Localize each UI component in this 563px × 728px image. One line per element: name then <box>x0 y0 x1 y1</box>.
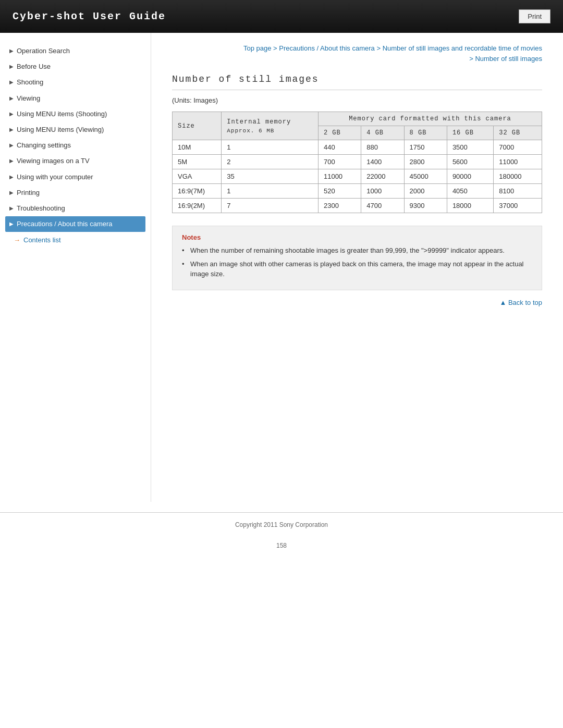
table-cell-gb2: 700 <box>318 155 361 169</box>
table-cell-size: 10M <box>173 140 222 155</box>
table-cell-internal: 1 <box>222 140 319 155</box>
sidebar-item-operation-search[interactable]: ▶ Operation Search <box>5 43 145 59</box>
table-cell-gb16: 5600 <box>447 155 493 169</box>
table-cell-gb16: 18000 <box>447 199 493 213</box>
sidebar-item-label: Using with your computer <box>17 172 93 182</box>
table-cell-size: 16:9(2M) <box>173 199 222 213</box>
sidebar-item-label: Using MENU items (Viewing) <box>17 125 104 134</box>
table-cell-gb4: 1000 <box>361 184 404 199</box>
table-cell-size: 16:9(7M) <box>173 184 222 199</box>
sidebar-item-viewing[interactable]: ▶ Viewing <box>5 91 145 106</box>
page-number: 158 <box>0 537 563 554</box>
table-cell-internal: 7 <box>222 199 319 213</box>
breadcrumb-sep1: > <box>271 44 279 52</box>
sidebar-item-label: Shooting <box>17 78 43 87</box>
table-cell-gb32: 11000 <box>494 155 542 169</box>
sidebar-item-precautions[interactable]: ▶ Precautions / About this camera <box>5 216 145 232</box>
table-cell-gb2: 440 <box>318 140 361 155</box>
col-size-header: Size <box>173 112 222 140</box>
table-row: 10M1440880175035007000 <box>173 140 542 155</box>
sidebar-item-printing[interactable]: ▶ Printing <box>5 185 145 201</box>
arrow-icon: ▶ <box>9 220 14 228</box>
table-cell-gb32: 8100 <box>494 184 542 199</box>
copyright-text: Copyright 2011 Sony Corporation <box>235 521 328 528</box>
app-title: Cyber-shot User Guide <box>13 10 166 22</box>
table-cell-gb8: 1750 <box>404 140 447 155</box>
sidebar-item-label: Troubleshooting <box>17 204 65 213</box>
table-cell-gb8: 9300 <box>404 199 447 213</box>
sidebar-item-using-computer[interactable]: ▶ Using with your computer <box>5 169 145 185</box>
breadcrumb-top[interactable]: Top page <box>243 44 272 52</box>
sidebar-item-label: Using MENU items (Shooting) <box>17 109 107 119</box>
table-row: VGA3511000220004500090000180000 <box>173 169 542 184</box>
col-internal-header: Internal memory Approx. 6 MB <box>222 112 319 140</box>
table-cell-gb16: 3500 <box>447 140 493 155</box>
col-8gb-header: 8 GB <box>404 126 447 140</box>
table-cell-gb8: 45000 <box>404 169 447 184</box>
breadcrumb-sep3: > <box>469 55 475 63</box>
notes-title: Notes <box>182 233 532 241</box>
table-cell-gb16: 90000 <box>447 169 493 184</box>
sidebar-item-label: Operation Search <box>17 46 70 56</box>
table-cell-size: 5M <box>173 155 222 169</box>
sidebar-item-label: Printing <box>17 188 40 198</box>
table-cell-internal: 2 <box>222 155 319 169</box>
sidebar-item-label: Precautions / About this camera <box>17 219 113 229</box>
breadcrumb-sep2: > <box>375 44 383 52</box>
sidebar-item-label: Viewing <box>17 94 40 103</box>
sidebar-item-label: Viewing images on a TV <box>17 156 90 166</box>
arrow-icon: ▶ <box>9 110 14 118</box>
table-cell-internal: 1 <box>222 184 319 199</box>
print-button[interactable]: Print <box>519 9 550 23</box>
notes-list-item: When the number of remaining shootable i… <box>182 245 532 256</box>
sidebar-item-label: Changing settings <box>17 141 71 150</box>
data-table: Size Internal memory Approx. 6 MB Memory… <box>172 112 542 213</box>
contents-list-label: Contents list <box>23 236 61 244</box>
main-layout: ▶ Operation Search ▶ Before Use ▶ Shooti… <box>0 33 563 502</box>
table-cell-gb8: 2000 <box>404 184 447 199</box>
table-cell-gb4: 1400 <box>361 155 404 169</box>
arrow-icon: ▶ <box>9 47 14 55</box>
sidebar-item-troubleshooting[interactable]: ▶ Troubleshooting <box>5 201 145 216</box>
sidebar-item-using-menu-viewing[interactable]: ▶ Using MENU items (Viewing) <box>5 122 145 138</box>
sidebar-item-viewing-tv[interactable]: ▶ Viewing images on a TV <box>5 153 145 169</box>
col-16gb-header: 16 GB <box>447 126 493 140</box>
contents-list-link[interactable]: → Contents list <box>5 232 145 248</box>
table-cell-gb16: 4050 <box>447 184 493 199</box>
table-row: 5M270014002800560011000 <box>173 155 542 169</box>
table-cell-gb4: 880 <box>361 140 404 155</box>
table-cell-size: VGA <box>173 169 222 184</box>
units-label: (Units: Images) <box>172 96 542 104</box>
notes-list: When the number of remaining shootable i… <box>182 245 532 279</box>
arrow-icon: ▶ <box>9 174 14 181</box>
table-cell-internal: 35 <box>222 169 319 184</box>
back-to-top[interactable]: ▲ Back to top <box>172 299 542 306</box>
notes-list-item: When an image shot with other cameras is… <box>182 259 532 279</box>
breadcrumb-number-recordable[interactable]: Number of still images and recordable ti… <box>383 44 542 52</box>
breadcrumb-precautions[interactable]: Precautions / About this camera <box>279 44 375 52</box>
table-row: 16:9(2M)72300470093001800037000 <box>173 199 542 213</box>
arrow-icon: ▶ <box>9 142 14 149</box>
sidebar-item-before-use[interactable]: ▶ Before Use <box>5 59 145 75</box>
arrow-icon: ▶ <box>9 79 14 86</box>
page-title: Number of still images <box>172 74 542 90</box>
arrow-icon: ▶ <box>9 95 14 102</box>
sidebar-item-using-menu-shooting[interactable]: ▶ Using MENU items (Shooting) <box>5 106 145 122</box>
sidebar: ▶ Operation Search ▶ Before Use ▶ Shooti… <box>0 33 151 502</box>
sidebar-item-changing-settings[interactable]: ▶ Changing settings <box>5 138 145 153</box>
table-cell-gb32: 180000 <box>494 169 542 184</box>
table-cell-gb2: 520 <box>318 184 361 199</box>
arrow-icon: ▶ <box>9 126 14 133</box>
arrow-icon: ▶ <box>9 189 14 196</box>
arrow-icon: ▶ <box>9 205 14 212</box>
table-cell-gb4: 22000 <box>361 169 404 184</box>
contents-arrow-icon: → <box>14 236 20 244</box>
header: Cyber-shot User Guide Print <box>0 0 563 33</box>
table-cell-gb32: 7000 <box>494 140 542 155</box>
breadcrumb-current: Number of still images <box>475 55 542 63</box>
col-32gb-header: 32 GB <box>494 126 542 140</box>
col-memory-card-header: Memory card formatted with this camera <box>318 112 542 126</box>
breadcrumb: Top page > Precautions / About this came… <box>172 43 542 64</box>
table-cell-gb4: 4700 <box>361 199 404 213</box>
sidebar-item-shooting[interactable]: ▶ Shooting <box>5 75 145 90</box>
